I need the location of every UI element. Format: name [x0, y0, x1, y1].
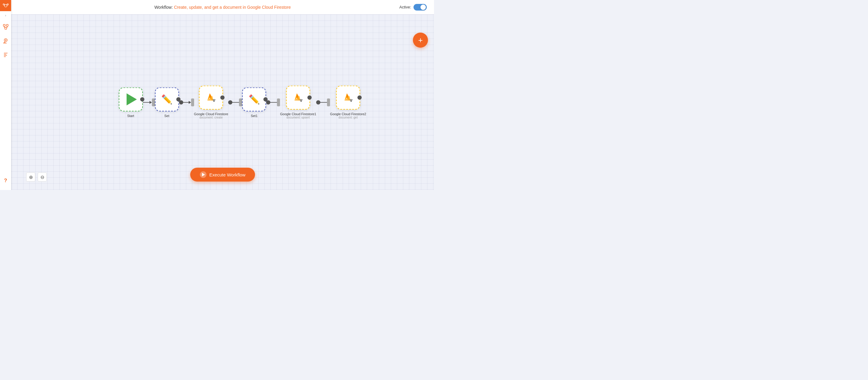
conn-start-set	[143, 98, 155, 106]
conn-set1-firestore2	[266, 98, 280, 106]
node-firestore2-box[interactable]	[286, 86, 310, 110]
set1-output-dot	[264, 97, 268, 101]
firestore2-sublabel: document: upsert	[287, 116, 310, 119]
conn-arrow2	[189, 101, 191, 104]
node-firestore1-box[interactable]	[199, 86, 223, 110]
conn-mid-dot2	[228, 100, 232, 104]
node-firestore2[interactable]: Google Cloud Firestore1 document: upsert	[280, 86, 316, 119]
title-prefix: Workflow:	[154, 5, 173, 10]
pencil-icon-2: ✏️	[249, 94, 260, 105]
conn-line	[143, 102, 150, 103]
workflow-title: Workflow: Create, update, and get a docu…	[154, 5, 291, 10]
firebase-icon-1	[205, 92, 217, 104]
svg-rect-5	[3, 24, 5, 26]
zoom-controls: ⊕ ⊖	[26, 173, 47, 181]
node-start-box[interactable]	[119, 87, 143, 111]
svg-point-13	[5, 39, 6, 41]
firebase-icon-2	[292, 92, 304, 104]
sidebar-item-workflows[interactable]	[0, 23, 11, 31]
firestore1-output-dot	[220, 96, 224, 100]
node-set[interactable]: ✏️ Set	[155, 87, 179, 117]
toggle-knob	[421, 4, 426, 10]
firestore2-output-dot	[307, 96, 312, 100]
execute-btn-label: Execute Workflow	[210, 172, 246, 177]
workflow-nodes: Start ✏️ Set	[119, 86, 366, 119]
svg-point-19	[301, 101, 302, 102]
header: Workflow: Create, update, and get a docu…	[11, 0, 434, 14]
active-toggle-area: Active:	[399, 4, 427, 10]
conn-arrow	[150, 101, 152, 104]
start-label: Start	[127, 114, 134, 117]
sidebar: ›	[0, 0, 11, 190]
firestore3-label: Google Cloud Firestore2	[330, 112, 366, 116]
conn-line3	[232, 102, 239, 103]
zoom-out-button[interactable]: ⊖	[38, 173, 47, 181]
set-output-dot	[176, 97, 181, 101]
svg-point-2	[7, 4, 8, 5]
svg-point-20	[350, 101, 352, 102]
workflow-canvas[interactable]: + Start ✏️ Set	[11, 14, 434, 190]
active-toggle[interactable]	[413, 4, 427, 10]
sidebar-item-credentials[interactable]	[0, 36, 11, 45]
conn-line2	[183, 102, 189, 103]
node-set1-box[interactable]: ✏️	[242, 87, 266, 111]
conn-bar3	[239, 98, 242, 106]
firestore3-sublabel: document: get	[338, 116, 358, 119]
conn-bar2	[191, 98, 194, 106]
node-firestore1[interactable]: Google Cloud Firestore document: create	[194, 86, 228, 119]
execute-btn-icon-wrapper	[200, 171, 207, 178]
zoom-out-icon: ⊖	[40, 174, 44, 180]
start-output-dot	[140, 97, 144, 101]
conn-bar4	[277, 98, 280, 106]
conn-bar	[152, 98, 155, 106]
pencil-icon: ✏️	[161, 94, 173, 105]
node-set-box[interactable]: ✏️	[155, 87, 179, 111]
svg-point-0	[4, 4, 7, 7]
firestore3-output-dot	[358, 96, 362, 100]
title-link[interactable]: Create, update, and get a document in Go…	[174, 5, 291, 10]
execute-workflow-button[interactable]: Execute Workflow	[190, 168, 255, 181]
execute-play-icon	[202, 173, 205, 176]
conn-line4	[270, 102, 277, 103]
sidebar-item-help[interactable]: ?	[0, 178, 11, 186]
node-start[interactable]: Start	[119, 87, 143, 117]
svg-rect-6	[6, 24, 8, 26]
svg-point-18	[213, 101, 215, 102]
firestore2-label: Google Cloud Firestore1	[280, 112, 316, 116]
conn-firestore2-firestore3	[316, 98, 330, 106]
zoom-in-icon: ⊕	[29, 174, 33, 180]
node-firestore3[interactable]: Google Cloud Firestore2 document: get	[330, 86, 366, 119]
firestore1-label: Google Cloud Firestore	[194, 112, 228, 116]
node-set1[interactable]: ✏️ Set1	[242, 87, 266, 117]
add-node-button[interactable]: +	[413, 33, 428, 48]
svg-rect-7	[5, 27, 7, 29]
conn-set-firestore1	[179, 98, 194, 106]
zoom-in-button[interactable]: ⊕	[26, 173, 35, 181]
set-label: Set	[164, 114, 169, 117]
active-label: Active:	[399, 5, 411, 9]
svg-point-1	[3, 4, 4, 5]
conn-bar5	[327, 98, 330, 106]
expand-sidebar-button[interactable]: ›	[0, 11, 11, 20]
sidebar-item-executions[interactable]	[0, 50, 11, 59]
firestore1-sublabel: document: create	[199, 116, 223, 119]
conn-mid-dot4	[316, 100, 320, 104]
sidebar-nav: ?	[0, 23, 11, 190]
play-icon	[127, 93, 137, 105]
conn-firestore1-set1	[228, 98, 242, 106]
conn-line5	[320, 102, 327, 103]
firebase-icon-3	[342, 92, 354, 104]
node-firestore3-box[interactable]	[336, 86, 360, 110]
sidebar-logo[interactable]	[0, 0, 11, 11]
set1-label: Set1	[251, 114, 258, 117]
